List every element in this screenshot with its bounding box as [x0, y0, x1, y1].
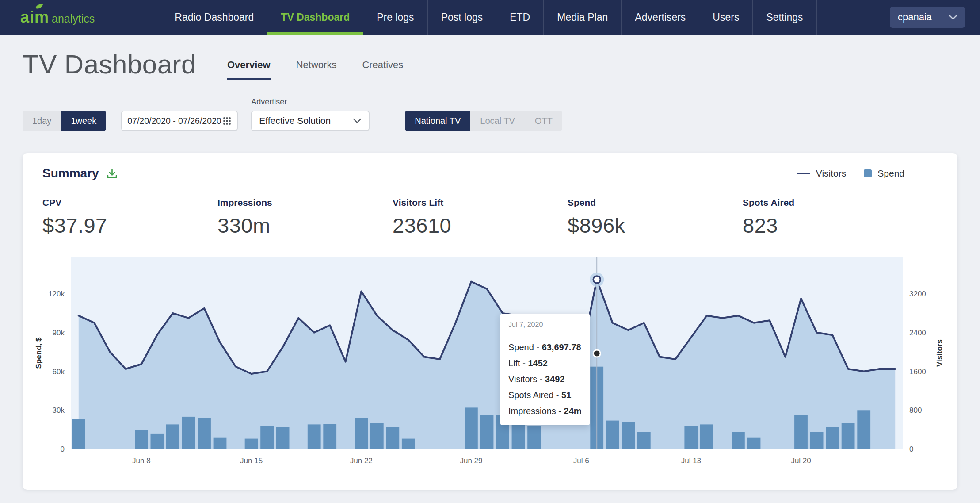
- chart-legend: Visitors Spend: [797, 168, 904, 179]
- kpi-label: CPV: [42, 197, 217, 208]
- kpi-label: Visitors Lift: [393, 197, 568, 208]
- nav-item-settings[interactable]: Settings: [752, 0, 816, 35]
- tab-creatives[interactable]: Creatives: [362, 59, 403, 80]
- kpi-value: 23610: [393, 213, 568, 238]
- nav-item-advertisers[interactable]: Advertisers: [621, 0, 699, 35]
- kpi-cpv: CPV $37.97: [42, 197, 217, 238]
- date-range-input[interactable]: 07/20/2020 - 07/26/2020: [121, 111, 238, 131]
- svg-text:Jun 29: Jun 29: [460, 457, 482, 465]
- local-tv-button[interactable]: Local TV: [470, 111, 525, 131]
- advertiser-select[interactable]: Effective Solution: [251, 111, 370, 131]
- legend-label: Visitors: [816, 168, 846, 179]
- nav-item-post-logs[interactable]: Post logs: [427, 0, 496, 35]
- national-tv-button[interactable]: National TV: [405, 111, 470, 131]
- kpi-visitors-lift: Visitors Lift 23610: [393, 197, 568, 238]
- calendar-grid-icon: [222, 116, 232, 126]
- summary-chart: 0030k80060k160090k2400120k3200Jun 8Jun 1…: [23, 247, 957, 474]
- svg-text:3200: 3200: [909, 290, 926, 298]
- summary-title: Summary: [42, 166, 99, 180]
- svg-text:800: 800: [909, 406, 922, 415]
- tv-type-toggle: National TV Local TV OTT: [405, 111, 562, 131]
- svg-text:120k: 120k: [48, 290, 65, 298]
- tooltip-row-impressions: Impressions24m: [508, 403, 582, 419]
- tooltip-row-spend: Spend63,697.78: [508, 339, 582, 355]
- kpi-value: 823: [743, 213, 918, 238]
- tooltip-row-spots-aired: Spots Aired51: [508, 387, 582, 403]
- nav-item-radio-dashboard[interactable]: Radio Dashboard: [161, 0, 267, 35]
- spend-square-swatch: [864, 169, 872, 177]
- range-1day-button[interactable]: 1day: [23, 111, 61, 131]
- chart-tooltip: Jul 7, 2020 Spend63,697.78 Lift1452 Visi…: [500, 314, 590, 425]
- advertiser-label: Advertiser: [251, 97, 370, 107]
- section-tabs: Overview Networks Creatives: [227, 59, 403, 80]
- nav-menu: Radio Dashboard TV Dashboard Pre logs Po…: [161, 0, 816, 35]
- kpi-value: 330m: [217, 213, 393, 238]
- brand-suffix: analytics: [52, 12, 95, 25]
- kpi-row: CPV $37.97 Impressions 330m Visitors Lif…: [23, 197, 957, 238]
- download-button[interactable]: [106, 168, 118, 180]
- tooltip-date: Jul 7, 2020: [508, 321, 582, 334]
- tab-networks[interactable]: Networks: [296, 59, 337, 80]
- brand-logo[interactable]: aim analytics: [20, 8, 95, 27]
- svg-text:60k: 60k: [53, 368, 65, 376]
- range-toggle: 1day 1week: [23, 111, 106, 131]
- title-row: TV Dashboard Overview Networks Creatives: [23, 50, 957, 80]
- page-title: TV Dashboard: [23, 50, 196, 79]
- tooltip-row-visitors: Visitors3492: [508, 371, 582, 387]
- svg-text:Jul 6: Jul 6: [573, 457, 589, 465]
- svg-text:Jun 22: Jun 22: [350, 457, 373, 465]
- svg-text:0: 0: [61, 445, 65, 453]
- summary-chart-svg[interactable]: 0030k80060k160090k2400120k3200Jun 8Jun 1…: [23, 247, 957, 474]
- tooltip-row-lift: Lift1452: [508, 355, 582, 371]
- nav-item-tv-dashboard[interactable]: TV Dashboard: [267, 0, 363, 35]
- svg-text:Jun 15: Jun 15: [240, 457, 263, 465]
- page-body: TV Dashboard Overview Networks Creatives…: [0, 50, 980, 490]
- svg-text:30k: 30k: [53, 406, 65, 415]
- svg-text:Visitors: Visitors: [935, 339, 944, 367]
- kpi-value: $896k: [568, 213, 743, 238]
- svg-text:2400: 2400: [909, 329, 926, 337]
- user-menu-button[interactable]: cpanaia: [890, 7, 965, 28]
- visitors-line-swatch: [797, 173, 810, 174]
- svg-text:Jul 20: Jul 20: [791, 457, 811, 465]
- kpi-spots-aired: Spots Aired 823: [743, 197, 918, 238]
- svg-text:1600: 1600: [909, 368, 926, 376]
- nav-item-pre-logs[interactable]: Pre logs: [363, 0, 427, 35]
- kpi-spend: Spend $896k: [568, 197, 743, 238]
- advertiser-selected-value: Effective Solution: [259, 115, 331, 126]
- nav-item-etd[interactable]: ETD: [496, 0, 543, 35]
- user-name: cpanaia: [898, 12, 932, 23]
- top-navbar: aim analytics Radio Dashboard TV Dashboa…: [0, 0, 980, 35]
- download-icon: [106, 168, 118, 180]
- nav-item-media-plan[interactable]: Media Plan: [543, 0, 621, 35]
- svg-text:0: 0: [909, 445, 913, 453]
- kpi-label: Spend: [568, 197, 743, 208]
- filters-row: 1day 1week 07/20/2020 - 07/26/2020 Adver…: [23, 97, 957, 131]
- summary-header: Summary Visitors Spend: [23, 166, 957, 180]
- kpi-label: Impressions: [217, 197, 393, 208]
- summary-card: Summary Visitors Spend: [23, 153, 957, 490]
- advertiser-filter: Advertiser Effective Solution: [251, 97, 370, 131]
- range-1week-button[interactable]: 1week: [61, 111, 106, 131]
- svg-text:90k: 90k: [53, 329, 65, 337]
- kpi-impressions: Impressions 330m: [217, 197, 393, 238]
- nav-item-users[interactable]: Users: [699, 0, 752, 35]
- kpi-value: $37.97: [42, 213, 217, 238]
- chevron-down-icon: [949, 15, 957, 20]
- date-range-value: 07/20/2020 - 07/26/2020: [127, 116, 221, 126]
- legend-label: Spend: [877, 168, 904, 179]
- brand-name: aim: [20, 8, 49, 27]
- svg-text:Jul 13: Jul 13: [681, 457, 701, 465]
- ott-button[interactable]: OTT: [525, 111, 562, 131]
- svg-text:Spend, $: Spend, $: [34, 337, 43, 369]
- svg-text:Jun 8: Jun 8: [132, 457, 151, 465]
- kpi-label: Spots Aired: [743, 197, 918, 208]
- chevron-down-icon: [353, 118, 362, 123]
- tab-overview[interactable]: Overview: [227, 59, 271, 80]
- legend-item-spend[interactable]: Spend: [864, 168, 904, 179]
- legend-item-visitors[interactable]: Visitors: [797, 168, 846, 179]
